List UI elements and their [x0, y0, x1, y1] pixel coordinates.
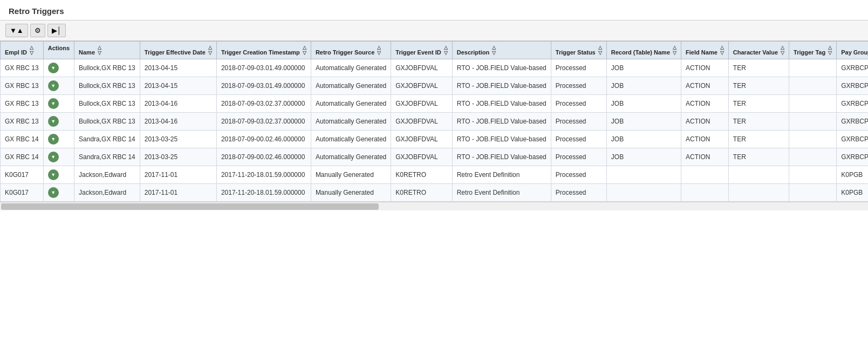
cell-trigger-event-id: GXJOBFDVAL	[391, 59, 452, 77]
col-header-trigger-effective-date[interactable]: Trigger Effective Date △▽	[140, 42, 216, 59]
action-dropdown-icon[interactable]: ▼	[48, 152, 59, 162]
cell-description: RTO - JOB.FIELD Value-based	[452, 131, 551, 148]
expand-icon: ▶│	[52, 26, 61, 35]
cell-name: Sandra,GX RBC 14	[74, 131, 140, 148]
cell-pay-group: K0PGB	[837, 184, 868, 202]
cell-actions[interactable]: ▼	[43, 148, 74, 166]
sort-icon-description: △▽	[492, 45, 496, 56]
table-row: GX RBC 13▼Bullock,GX RBC 132013-04-15201…	[1, 77, 869, 95]
table-container: Empl ID △▽ Actions Name △▽ Trigger Effec…	[0, 41, 868, 202]
sort-icon-retro-trigger-source: △▽	[377, 45, 381, 56]
cell-empl-id: GX RBC 14	[1, 148, 44, 166]
cell-actions[interactable]: ▼	[43, 184, 74, 202]
scrollbar-area[interactable]	[0, 202, 868, 210]
cell-character-value: TER	[728, 113, 789, 131]
sort-icon-trigger-status: △▽	[598, 45, 602, 56]
sort-icon-empl-id: △▽	[30, 45, 33, 56]
col-header-trigger-status[interactable]: Trigger Status △▽	[551, 42, 606, 59]
cell-field-name	[681, 166, 729, 184]
cell-description: RTO - JOB.FIELD Value-based	[452, 113, 551, 131]
cell-actions[interactable]: ▼	[43, 131, 74, 148]
cell-trigger-status: Processed	[551, 95, 606, 113]
col-header-trigger-creation-timestamp[interactable]: Trigger Creation Timestamp △▽	[216, 42, 311, 59]
cell-pay-group: K0PGB	[837, 166, 868, 184]
cell-record-table-name: JOB	[606, 148, 681, 166]
cell-character-value: TER	[728, 148, 789, 166]
col-header-description[interactable]: Description △▽	[452, 42, 551, 59]
cell-actions[interactable]: ▼	[43, 113, 74, 131]
sort-icon-name: △▽	[98, 45, 101, 56]
action-dropdown-icon[interactable]: ▼	[48, 63, 59, 73]
cell-trigger-creation-timestamp: 2018-07-09-03.02.37.000000	[216, 95, 311, 113]
settings-button[interactable]: ⚙	[30, 24, 45, 37]
col-header-retro-trigger-source[interactable]: Retro Trigger Source △▽	[311, 42, 391, 59]
cell-description: RTO - JOB.FIELD Value-based	[452, 148, 551, 166]
cell-pay-group: GXRBCPGA	[837, 95, 868, 113]
expand-button[interactable]: ▶│	[47, 24, 66, 37]
filter-button[interactable]: ▼▲	[5, 24, 28, 37]
cell-name: Bullock,GX RBC 13	[74, 113, 140, 131]
cell-trigger-event-id: GXJOBFDVAL	[391, 113, 452, 131]
cell-trigger-effective-date: 2013-04-15	[140, 59, 216, 77]
cell-character-value	[728, 184, 789, 202]
cell-character-value: TER	[728, 77, 789, 95]
table-row: GX RBC 13▼Bullock,GX RBC 132013-04-16201…	[1, 113, 869, 131]
col-header-pay-group[interactable]: Pay Group △▽	[837, 42, 868, 59]
cell-empl-id: GX RBC 13	[1, 59, 44, 77]
sort-icon-trigger-creation-timestamp: △▽	[303, 45, 306, 56]
col-header-name[interactable]: Name △▽	[74, 42, 140, 59]
cell-field-name: ACTION	[681, 148, 729, 166]
cell-character-value: TER	[728, 131, 789, 148]
cell-actions[interactable]: ▼	[43, 59, 74, 77]
col-header-record-table-name[interactable]: Record (Table) Name △▽	[606, 42, 681, 59]
page-title: Retro Triggers	[0, 0, 868, 20]
cell-name: Bullock,GX RBC 13	[74, 59, 140, 77]
cell-trigger-tag	[789, 166, 837, 184]
retro-triggers-table: Empl ID △▽ Actions Name △▽ Trigger Effec…	[0, 41, 868, 202]
action-dropdown-icon[interactable]: ▼	[48, 98, 59, 109]
table-row: GX RBC 13▼Bullock,GX RBC 132013-04-16201…	[1, 95, 869, 113]
cell-trigger-effective-date: 2013-03-25	[140, 131, 216, 148]
action-dropdown-icon[interactable]: ▼	[48, 116, 59, 127]
action-dropdown-icon[interactable]: ▼	[48, 169, 59, 180]
sort-icon-character-value: △▽	[781, 45, 784, 56]
action-dropdown-icon[interactable]: ▼	[48, 134, 59, 145]
cell-trigger-event-id: GXJOBFDVAL	[391, 131, 452, 148]
col-header-trigger-event-id[interactable]: Trigger Event ID △▽	[391, 42, 452, 59]
cell-empl-id: GX RBC 13	[1, 77, 44, 95]
cell-actions[interactable]: ▼	[43, 166, 74, 184]
cell-trigger-effective-date: 2017-11-01	[140, 166, 216, 184]
cell-actions[interactable]: ▼	[43, 77, 74, 95]
cell-record-table-name	[606, 166, 681, 184]
scrollbar-thumb[interactable]	[1, 203, 379, 210]
cell-pay-group: GXRBCPGA	[837, 59, 868, 77]
col-header-empl-id[interactable]: Empl ID △▽	[1, 42, 44, 59]
cell-trigger-creation-timestamp: 2017-11-20-18.01.59.000000	[216, 184, 311, 202]
cell-pay-group: GXRBCPGA	[837, 113, 868, 131]
cell-trigger-status: Processed	[551, 131, 606, 148]
cell-trigger-status: Processed	[551, 148, 606, 166]
action-dropdown-icon[interactable]: ▼	[48, 187, 59, 198]
table-header-row: Empl ID △▽ Actions Name △▽ Trigger Effec…	[1, 42, 869, 59]
cell-retro-trigger-source: Manually Generated	[311, 184, 391, 202]
cell-actions[interactable]: ▼	[43, 95, 74, 113]
cell-trigger-event-id: K0RETRO	[391, 184, 452, 202]
cell-field-name: ACTION	[681, 113, 729, 131]
cell-trigger-effective-date: 2013-04-16	[140, 113, 216, 131]
cell-pay-group: GXRBCPGA	[837, 148, 868, 166]
cell-trigger-effective-date: 2013-04-15	[140, 77, 216, 95]
cell-name: Jackson,Edward	[74, 184, 140, 202]
col-header-trigger-tag[interactable]: Trigger Tag △▽	[789, 42, 837, 59]
action-dropdown-icon[interactable]: ▼	[48, 80, 59, 91]
cell-trigger-effective-date: 2017-11-01	[140, 184, 216, 202]
cell-field-name: ACTION	[681, 131, 729, 148]
sort-icon-trigger-event-id: △▽	[444, 45, 448, 56]
cell-empl-id: K0G017	[1, 166, 44, 184]
cell-retro-trigger-source: Automatically Generated	[311, 77, 391, 95]
table-row: GX RBC 13▼Bullock,GX RBC 132013-04-15201…	[1, 59, 869, 77]
sort-icon-trigger-tag: △▽	[828, 45, 832, 56]
col-header-field-name[interactable]: Field Name △▽	[681, 42, 729, 59]
cell-trigger-event-id: GXJOBFDVAL	[391, 148, 452, 166]
col-header-character-value[interactable]: Character Value △▽	[728, 42, 789, 59]
sort-icon-record-table-name: △▽	[673, 45, 676, 56]
